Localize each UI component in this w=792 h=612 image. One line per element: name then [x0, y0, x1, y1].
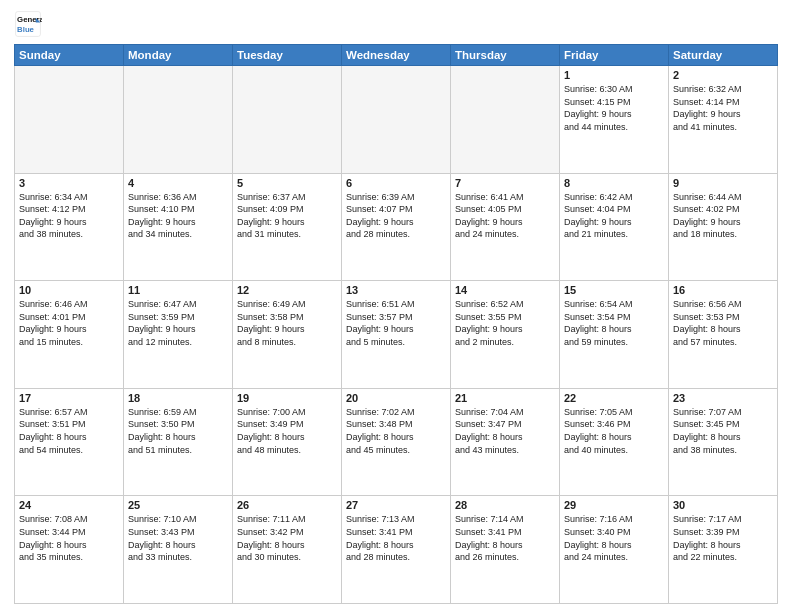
- day-info: Sunrise: 7:00 AM Sunset: 3:49 PM Dayligh…: [237, 406, 337, 456]
- calendar-header: Sunday Monday Tuesday Wednesday Thursday…: [15, 45, 778, 66]
- svg-text:Blue: Blue: [17, 25, 35, 34]
- table-row: 29Sunrise: 7:16 AM Sunset: 3:40 PM Dayli…: [560, 496, 669, 604]
- day-info: Sunrise: 6:39 AM Sunset: 4:07 PM Dayligh…: [346, 191, 446, 241]
- table-row: 10Sunrise: 6:46 AM Sunset: 4:01 PM Dayli…: [15, 281, 124, 389]
- day-number: 6: [346, 177, 446, 189]
- col-saturday: Saturday: [669, 45, 778, 66]
- day-number: 27: [346, 499, 446, 511]
- day-info: Sunrise: 6:56 AM Sunset: 3:53 PM Dayligh…: [673, 298, 773, 348]
- table-row: [233, 66, 342, 174]
- calendar-week-row: 24Sunrise: 7:08 AM Sunset: 3:44 PM Dayli…: [15, 496, 778, 604]
- day-info: Sunrise: 6:59 AM Sunset: 3:50 PM Dayligh…: [128, 406, 228, 456]
- logo-icon: General Blue: [14, 10, 42, 38]
- table-row: 1Sunrise: 6:30 AM Sunset: 4:15 PM Daylig…: [560, 66, 669, 174]
- day-number: 5: [237, 177, 337, 189]
- table-row: 2Sunrise: 6:32 AM Sunset: 4:14 PM Daylig…: [669, 66, 778, 174]
- table-row: 18Sunrise: 6:59 AM Sunset: 3:50 PM Dayli…: [124, 388, 233, 496]
- day-number: 1: [564, 69, 664, 81]
- header-row: Sunday Monday Tuesday Wednesday Thursday…: [15, 45, 778, 66]
- day-number: 10: [19, 284, 119, 296]
- day-info: Sunrise: 6:54 AM Sunset: 3:54 PM Dayligh…: [564, 298, 664, 348]
- day-number: 19: [237, 392, 337, 404]
- table-row: 24Sunrise: 7:08 AM Sunset: 3:44 PM Dayli…: [15, 496, 124, 604]
- day-info: Sunrise: 6:37 AM Sunset: 4:09 PM Dayligh…: [237, 191, 337, 241]
- day-number: 20: [346, 392, 446, 404]
- day-info: Sunrise: 7:11 AM Sunset: 3:42 PM Dayligh…: [237, 513, 337, 563]
- table-row: [15, 66, 124, 174]
- table-row: 13Sunrise: 6:51 AM Sunset: 3:57 PM Dayli…: [342, 281, 451, 389]
- calendar-week-row: 10Sunrise: 6:46 AM Sunset: 4:01 PM Dayli…: [15, 281, 778, 389]
- day-number: 2: [673, 69, 773, 81]
- day-info: Sunrise: 6:41 AM Sunset: 4:05 PM Dayligh…: [455, 191, 555, 241]
- day-info: Sunrise: 7:02 AM Sunset: 3:48 PM Dayligh…: [346, 406, 446, 456]
- day-number: 18: [128, 392, 228, 404]
- table-row: 20Sunrise: 7:02 AM Sunset: 3:48 PM Dayli…: [342, 388, 451, 496]
- day-number: 22: [564, 392, 664, 404]
- col-monday: Monday: [124, 45, 233, 66]
- day-number: 23: [673, 392, 773, 404]
- calendar-body: 1Sunrise: 6:30 AM Sunset: 4:15 PM Daylig…: [15, 66, 778, 604]
- table-row: 8Sunrise: 6:42 AM Sunset: 4:04 PM Daylig…: [560, 173, 669, 281]
- day-number: 13: [346, 284, 446, 296]
- day-info: Sunrise: 6:30 AM Sunset: 4:15 PM Dayligh…: [564, 83, 664, 133]
- calendar-week-row: 1Sunrise: 6:30 AM Sunset: 4:15 PM Daylig…: [15, 66, 778, 174]
- table-row: 9Sunrise: 6:44 AM Sunset: 4:02 PM Daylig…: [669, 173, 778, 281]
- calendar-week-row: 3Sunrise: 6:34 AM Sunset: 4:12 PM Daylig…: [15, 173, 778, 281]
- table-row: 30Sunrise: 7:17 AM Sunset: 3:39 PM Dayli…: [669, 496, 778, 604]
- page: General Blue Sunday Monday Tuesday Wedne…: [0, 0, 792, 612]
- day-number: 26: [237, 499, 337, 511]
- col-tuesday: Tuesday: [233, 45, 342, 66]
- day-info: Sunrise: 7:14 AM Sunset: 3:41 PM Dayligh…: [455, 513, 555, 563]
- day-info: Sunrise: 7:05 AM Sunset: 3:46 PM Dayligh…: [564, 406, 664, 456]
- header: General Blue: [14, 10, 778, 38]
- table-row: [124, 66, 233, 174]
- table-row: 17Sunrise: 6:57 AM Sunset: 3:51 PM Dayli…: [15, 388, 124, 496]
- calendar-table: Sunday Monday Tuesday Wednesday Thursday…: [14, 44, 778, 604]
- table-row: 25Sunrise: 7:10 AM Sunset: 3:43 PM Dayli…: [124, 496, 233, 604]
- day-info: Sunrise: 7:13 AM Sunset: 3:41 PM Dayligh…: [346, 513, 446, 563]
- day-info: Sunrise: 6:49 AM Sunset: 3:58 PM Dayligh…: [237, 298, 337, 348]
- table-row: 11Sunrise: 6:47 AM Sunset: 3:59 PM Dayli…: [124, 281, 233, 389]
- table-row: [342, 66, 451, 174]
- day-number: 14: [455, 284, 555, 296]
- day-info: Sunrise: 6:46 AM Sunset: 4:01 PM Dayligh…: [19, 298, 119, 348]
- logo: General Blue: [14, 10, 42, 38]
- table-row: 3Sunrise: 6:34 AM Sunset: 4:12 PM Daylig…: [15, 173, 124, 281]
- table-row: 12Sunrise: 6:49 AM Sunset: 3:58 PM Dayli…: [233, 281, 342, 389]
- col-wednesday: Wednesday: [342, 45, 451, 66]
- table-row: [451, 66, 560, 174]
- day-info: Sunrise: 7:08 AM Sunset: 3:44 PM Dayligh…: [19, 513, 119, 563]
- day-number: 11: [128, 284, 228, 296]
- table-row: 28Sunrise: 7:14 AM Sunset: 3:41 PM Dayli…: [451, 496, 560, 604]
- table-row: 5Sunrise: 6:37 AM Sunset: 4:09 PM Daylig…: [233, 173, 342, 281]
- day-number: 3: [19, 177, 119, 189]
- day-number: 17: [19, 392, 119, 404]
- day-info: Sunrise: 7:17 AM Sunset: 3:39 PM Dayligh…: [673, 513, 773, 563]
- day-number: 4: [128, 177, 228, 189]
- day-info: Sunrise: 6:34 AM Sunset: 4:12 PM Dayligh…: [19, 191, 119, 241]
- day-number: 29: [564, 499, 664, 511]
- day-info: Sunrise: 7:10 AM Sunset: 3:43 PM Dayligh…: [128, 513, 228, 563]
- calendar-week-row: 17Sunrise: 6:57 AM Sunset: 3:51 PM Dayli…: [15, 388, 778, 496]
- day-number: 9: [673, 177, 773, 189]
- table-row: 14Sunrise: 6:52 AM Sunset: 3:55 PM Dayli…: [451, 281, 560, 389]
- day-number: 8: [564, 177, 664, 189]
- table-row: 22Sunrise: 7:05 AM Sunset: 3:46 PM Dayli…: [560, 388, 669, 496]
- day-info: Sunrise: 6:44 AM Sunset: 4:02 PM Dayligh…: [673, 191, 773, 241]
- day-number: 7: [455, 177, 555, 189]
- day-info: Sunrise: 7:07 AM Sunset: 3:45 PM Dayligh…: [673, 406, 773, 456]
- day-info: Sunrise: 7:04 AM Sunset: 3:47 PM Dayligh…: [455, 406, 555, 456]
- table-row: 19Sunrise: 7:00 AM Sunset: 3:49 PM Dayli…: [233, 388, 342, 496]
- col-friday: Friday: [560, 45, 669, 66]
- day-info: Sunrise: 6:42 AM Sunset: 4:04 PM Dayligh…: [564, 191, 664, 241]
- day-number: 21: [455, 392, 555, 404]
- table-row: 4Sunrise: 6:36 AM Sunset: 4:10 PM Daylig…: [124, 173, 233, 281]
- table-row: 16Sunrise: 6:56 AM Sunset: 3:53 PM Dayli…: [669, 281, 778, 389]
- col-sunday: Sunday: [15, 45, 124, 66]
- day-info: Sunrise: 6:52 AM Sunset: 3:55 PM Dayligh…: [455, 298, 555, 348]
- day-number: 30: [673, 499, 773, 511]
- day-info: Sunrise: 6:47 AM Sunset: 3:59 PM Dayligh…: [128, 298, 228, 348]
- table-row: 6Sunrise: 6:39 AM Sunset: 4:07 PM Daylig…: [342, 173, 451, 281]
- day-info: Sunrise: 7:16 AM Sunset: 3:40 PM Dayligh…: [564, 513, 664, 563]
- day-info: Sunrise: 6:36 AM Sunset: 4:10 PM Dayligh…: [128, 191, 228, 241]
